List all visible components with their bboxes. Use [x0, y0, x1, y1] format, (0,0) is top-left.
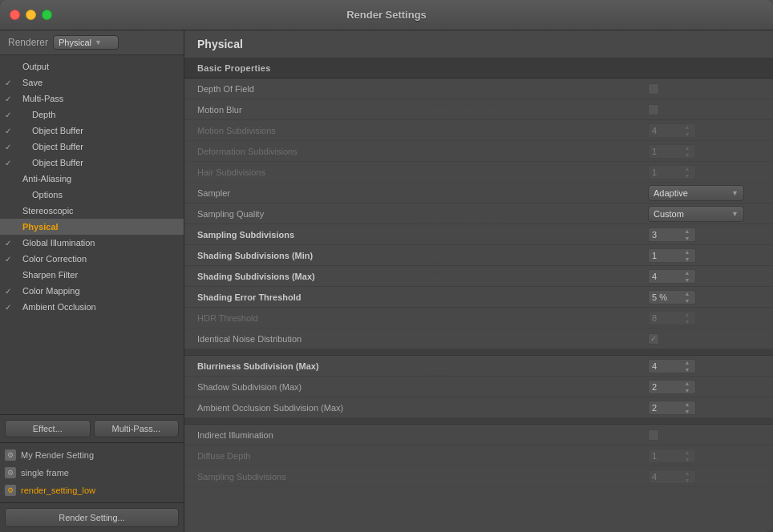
- spin-up-hairsubdiv[interactable]: ▲: [682, 165, 692, 172]
- spin-down-shadingsubdivmin[interactable]: ▼: [682, 256, 692, 263]
- check-ob3: ✓: [5, 159, 16, 167]
- dropdown-samplingquality[interactable]: Custom ▼: [648, 206, 744, 222]
- spin-up-samplingsubdiv[interactable]: ▲: [682, 228, 692, 235]
- value-identicalnoise: ✓: [648, 333, 760, 345]
- sidebar-item-cc[interactable]: ✓ Color Correction: [0, 251, 184, 267]
- sidebar-item-output[interactable]: Output: [0, 58, 184, 75]
- spinner-blursubdiv: ▲ ▼: [682, 359, 692, 373]
- spin-up-shadowsubdiv[interactable]: ▲: [682, 380, 692, 387]
- checkbox-indirectillum[interactable]: [648, 429, 659, 441]
- sidebar-item-gi[interactable]: ✓ Global Illumination: [0, 235, 184, 251]
- spin-up-motionsubdiv[interactable]: ▲: [682, 123, 692, 131]
- spin-up-shadingsubdivmin[interactable]: ▲: [682, 248, 692, 256]
- checkbox-dof[interactable]: [648, 83, 659, 95]
- renderer-label: Renderer: [8, 37, 48, 48]
- sidebar-footer-buttons: Effect... Multi-Pass...: [0, 414, 184, 442]
- checkbox-identicalnoise[interactable]: ✓: [648, 333, 659, 345]
- sidebar-item-multipass[interactable]: ✓ Multi-Pass: [0, 91, 184, 107]
- input-shadingerror[interactable]: 5 % ▲ ▼: [648, 290, 696, 304]
- sidebar-item-options[interactable]: Options: [0, 187, 184, 203]
- spinner-shadingsubdivmax: ▲ ▼: [682, 269, 692, 284]
- main-layout: Renderer Physical ▼ Output ✓ Save: [0, 30, 773, 532]
- spin-down-shadowsubdiv[interactable]: ▼: [682, 387, 692, 394]
- spin-up-shadingsubdivmax[interactable]: ▲: [682, 269, 692, 276]
- input-diffusedepth[interactable]: 1 ▲ ▼: [648, 449, 696, 463]
- row-shadowsubdiv: Shadow Subdivision (Max) ......... 2 ▲ ▼: [184, 377, 773, 397]
- input-motionsubdiv[interactable]: 4 ▲ ▼: [648, 123, 696, 138]
- input-hdrthreshold[interactable]: 8 ▲ ▼: [648, 311, 696, 325]
- divider-1: [184, 349, 773, 356]
- input-hairsubdiv[interactable]: 1 ▲ ▼: [648, 165, 696, 179]
- spin-down-aosubdiv[interactable]: ▼: [682, 408, 692, 415]
- checkbox-motionblur[interactable]: [648, 104, 659, 115]
- spin-down-shadingsubdivmax[interactable]: ▼: [682, 276, 692, 284]
- spin-down-samplingsubdiv2[interactable]: ▼: [682, 477, 692, 484]
- spin-up-samplingsubdiv2[interactable]: ▲: [682, 470, 692, 477]
- spinner-motionsubdiv: ▲ ▼: [682, 123, 692, 138]
- value-motionsubdiv: 4 ▲ ▼: [648, 123, 760, 138]
- renderer-dropdown-arrow: ▼: [95, 38, 102, 46]
- sidebar-item-physical[interactable]: Physical: [0, 219, 184, 235]
- input-aosubdiv[interactable]: 2 ▲ ▼: [648, 401, 696, 415]
- value-hairsubdiv: 1 ▲ ▼: [648, 165, 760, 179]
- check-depth: ✓: [5, 111, 16, 119]
- sidebar-item-colormapping[interactable]: ✓ Color Mapping: [0, 283, 184, 299]
- input-shadingsubdivmin[interactable]: 1 ▲ ▼: [648, 248, 696, 263]
- spin-down-diffusedepth[interactable]: ▼: [682, 456, 692, 463]
- value-samplingsubdiv2: 4 ▲ ▼: [648, 470, 760, 484]
- input-shadowsubdiv[interactable]: 2 ▲ ▼: [648, 380, 696, 394]
- content-body: Basic Properties Depth Of Field ........…: [184, 58, 773, 532]
- spin-down-hdrthreshold[interactable]: ▼: [682, 318, 692, 325]
- spin-up-hdrthreshold[interactable]: ▲: [682, 311, 692, 318]
- rs-item-singleframe[interactable]: ⚙ single frame: [0, 464, 184, 482]
- sidebar-item-ao[interactable]: ✓ Ambient Occlusion: [0, 299, 184, 315]
- input-blursubdiv[interactable]: 4 ▲ ▼: [648, 359, 696, 373]
- spin-up-deformsubdiv[interactable]: ▲: [682, 144, 692, 151]
- spin-down-shadingerror[interactable]: ▼: [682, 297, 692, 304]
- sidebar-item-objectbuffer3[interactable]: ✓ Object Buffer: [0, 155, 184, 171]
- spin-up-diffusedepth[interactable]: ▲: [682, 449, 692, 456]
- sidebar-item-depth[interactable]: ✓ Depth: [0, 107, 184, 123]
- spin-down-deformsubdiv[interactable]: ▼: [682, 151, 692, 159]
- spin-down-motionsubdiv[interactable]: ▼: [682, 131, 692, 138]
- spin-up-blursubdiv[interactable]: ▲: [682, 359, 692, 366]
- sidebar-item-save[interactable]: ✓ Save: [0, 75, 184, 91]
- spin-up-aosubdiv[interactable]: ▲: [682, 401, 692, 408]
- spinner-shadowsubdiv: ▲ ▼: [682, 380, 692, 394]
- input-shadingsubdivmax[interactable]: 4 ▲ ▼: [648, 269, 696, 284]
- content-area: Physical Basic Properties Depth Of Field…: [184, 30, 773, 532]
- label-shadingerror: Shading Error Threshold: [197, 292, 423, 302]
- sidebar-item-objectbuffer2[interactable]: ✓ Object Buffer: [0, 139, 184, 155]
- label-dof: Depth Of Field: [197, 84, 423, 94]
- render-setting-button[interactable]: Render Setting...: [5, 508, 179, 527]
- renderer-dropdown[interactable]: Physical ▼: [53, 35, 119, 50]
- input-samplingsubdiv[interactable]: 3 ▲ ▼: [648, 228, 696, 242]
- input-deformsubdiv[interactable]: 1 ▲ ▼: [648, 144, 696, 159]
- sidebar-item-sharpen[interactable]: Sharpen Filter: [0, 267, 184, 283]
- sidebar-item-stereoscopic[interactable]: Stereoscopic: [0, 203, 184, 219]
- spin-down-samplingsubdiv[interactable]: ▼: [682, 235, 692, 242]
- close-button[interactable]: [10, 10, 20, 20]
- rs-item-myrender[interactable]: ⚙ My Render Setting: [0, 446, 184, 464]
- label-shadingsubdivmin: Shading Subdivisions (Min): [197, 251, 423, 260]
- minimize-button[interactable]: [26, 10, 36, 20]
- spinner-deformsubdiv: ▲ ▼: [682, 144, 692, 159]
- maximize-button[interactable]: [42, 10, 52, 20]
- spin-down-blursubdiv[interactable]: ▼: [682, 366, 692, 373]
- input-samplingsubdiv2[interactable]: 4 ▲ ▼: [648, 470, 696, 484]
- rs-item-low[interactable]: ⚙ render_setting_low: [0, 482, 184, 499]
- multipass-button[interactable]: Multi-Pass...: [94, 420, 180, 437]
- spinner-shadingerror: ▲ ▼: [682, 290, 692, 304]
- content-title: Physical: [197, 38, 243, 50]
- effect-button[interactable]: Effect...: [5, 420, 91, 437]
- label-hairsubdiv: Hair Subdivisions: [197, 167, 423, 177]
- spinner-diffusedepth: ▲ ▼: [682, 449, 692, 463]
- sidebar-item-objectbuffer1[interactable]: ✓ Object Buffer: [0, 123, 184, 139]
- value-indirectillum: [648, 429, 760, 441]
- dropdown-sampler[interactable]: Adaptive ▼: [648, 185, 744, 201]
- rs-icon-low: ⚙: [5, 485, 16, 496]
- spin-down-hairsubdiv[interactable]: ▼: [682, 172, 692, 179]
- sidebar-item-antialiasing[interactable]: Anti-Aliasing: [0, 171, 184, 187]
- spin-up-shadingerror[interactable]: ▲: [682, 290, 692, 297]
- sidebar-header: Renderer Physical ▼: [0, 30, 184, 55]
